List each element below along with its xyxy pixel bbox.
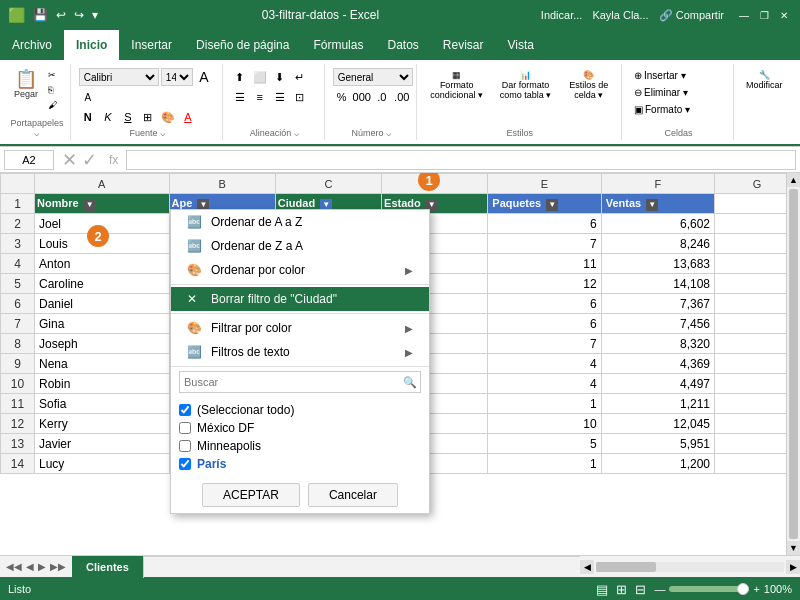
tab-formulas[interactable]: Fórmulas (301, 30, 375, 60)
merge-btn[interactable]: ⊡ (291, 88, 309, 106)
hscroll-thumb[interactable] (596, 562, 656, 572)
btn-cancelar[interactable]: Cancelar (308, 483, 398, 507)
hscroll-left-btn[interactable]: ◀ (580, 560, 594, 574)
cell-e12[interactable]: 10 (488, 414, 601, 434)
scroll-up-btn[interactable]: ▲ (787, 173, 800, 187)
col-e-header[interactable]: E (488, 174, 601, 194)
bold-btn[interactable]: N (79, 108, 97, 126)
btn-insertar[interactable]: ⊕Insertar ▾ (630, 68, 694, 83)
cell-f11[interactable]: 1,211 (601, 394, 714, 414)
cell-e9[interactable]: 4 (488, 354, 601, 374)
btn-cortar[interactable]: ✂ (44, 68, 62, 82)
cell-a7[interactable]: Gina (35, 314, 170, 334)
cell-f5[interactable]: 14,108 (601, 274, 714, 294)
check-minneapolis[interactable]: Minneapolis (179, 437, 421, 455)
checkbox-minneapolis[interactable] (179, 440, 191, 452)
tab-diseno[interactable]: Diseño de página (184, 30, 301, 60)
cell-e1[interactable]: Paquetes ▼ (488, 194, 601, 214)
cell-f10[interactable]: 4,497 (601, 374, 714, 394)
btn-formato-tabla[interactable]: 📊 Dar formato como tabla ▾ (491, 68, 561, 102)
cell-f13[interactable]: 5,951 (601, 434, 714, 454)
checkbox-paris[interactable] (179, 458, 191, 470)
check-paris[interactable]: París (179, 455, 421, 473)
menu-sort-color[interactable]: 🎨 Ordenar por color ▶ (171, 258, 429, 282)
cell-a5[interactable]: Caroline (35, 274, 170, 294)
menu-filter-color[interactable]: 🎨 Filtrar por color ▶ (171, 316, 429, 340)
tab-datos[interactable]: Datos (375, 30, 430, 60)
cell-a10[interactable]: Robin (35, 374, 170, 394)
cell-f14[interactable]: 1,200 (601, 454, 714, 474)
check-select-all[interactable]: (Seleccionar todo) (179, 401, 421, 419)
border-btn[interactable]: ⊞ (139, 108, 157, 126)
underline-btn[interactable]: S (119, 108, 137, 126)
undo-quick-btn[interactable]: ↩ (54, 6, 68, 24)
tab-archivo[interactable]: Archivo (0, 30, 64, 60)
cell-e8[interactable]: 7 (488, 334, 601, 354)
view-layout-btn[interactable]: ⊞ (616, 582, 627, 597)
minimize-btn[interactable]: — (736, 7, 752, 23)
menu-sort-za[interactable]: 🔤 Ordenar de Z a A (171, 234, 429, 258)
cell-f7[interactable]: 7,456 (601, 314, 714, 334)
cell-e4[interactable]: 11 (488, 254, 601, 274)
cell-e3[interactable]: 7 (488, 234, 601, 254)
cell-f8[interactable]: 8,320 (601, 334, 714, 354)
align-left-btn[interactable]: ☰ (231, 88, 249, 106)
tab-revisar[interactable]: Revisar (431, 30, 496, 60)
decrease-font-btn[interactable]: A (79, 88, 97, 106)
cell-f4[interactable]: 13,683 (601, 254, 714, 274)
zoom-out-btn[interactable]: — (654, 583, 665, 595)
align-center-btn[interactable]: ≡ (251, 88, 269, 106)
checkbox-select-all[interactable] (179, 404, 191, 416)
decrease-dec-btn[interactable]: .00 (393, 88, 411, 106)
view-page-btn[interactable]: ⊟ (635, 582, 646, 597)
cell-a12[interactable]: Kerry (35, 414, 170, 434)
checkbox-mexico-df[interactable] (179, 422, 191, 434)
font-size-select[interactable]: 14 (161, 68, 193, 86)
wrap-btn[interactable]: ↵ (291, 68, 309, 86)
italic-btn[interactable]: K (99, 108, 117, 126)
cell-e5[interactable]: 12 (488, 274, 601, 294)
cell-a14[interactable]: Lucy (35, 454, 170, 474)
btn-modificar[interactable]: 🔧 Modificar (742, 68, 787, 92)
col-f-header[interactable]: F (601, 174, 714, 194)
close-btn[interactable]: ✕ (776, 7, 792, 23)
cell-f3[interactable]: 8,246 (601, 234, 714, 254)
col-c-header[interactable]: C (275, 174, 381, 194)
cell-e13[interactable]: 5 (488, 434, 601, 454)
number-format-select[interactable]: General (333, 68, 413, 86)
btn-eliminar[interactable]: ⊖Eliminar ▾ (630, 85, 694, 100)
btn-formato-condicional[interactable]: ▦ Formato condicional ▾ (425, 68, 489, 102)
align-right-btn[interactable]: ☰ (271, 88, 289, 106)
cell-e10[interactable]: 4 (488, 374, 601, 394)
cell-f1[interactable]: Ventas ▼ (601, 194, 714, 214)
scroll-thumb[interactable] (789, 189, 798, 539)
nav-last-btn[interactable]: ▶▶ (50, 561, 66, 572)
thousands-btn[interactable]: 000 (353, 88, 371, 106)
btn-formato-cell[interactable]: ▣Formato ▾ (630, 102, 694, 117)
cell-e7[interactable]: 6 (488, 314, 601, 334)
align-top-btn[interactable]: ⬆ (231, 68, 249, 86)
menu-text-filters[interactable]: 🔤 Filtros de texto ▶ (171, 340, 429, 364)
cell-f2[interactable]: 6,602 (601, 214, 714, 234)
cell-a8[interactable]: Joseph (35, 334, 170, 354)
tab-insertar[interactable]: Insertar (119, 30, 184, 60)
font-family-select[interactable]: Calibri (79, 68, 159, 86)
filter-ventas[interactable]: ▼ (646, 199, 658, 211)
cell-e2[interactable]: 6 (488, 214, 601, 234)
zoom-thumb[interactable] (737, 583, 749, 595)
cell-a4[interactable]: Anton (35, 254, 170, 274)
btn-pegar[interactable]: 📋 Pegar (10, 68, 42, 101)
btn-copiar[interactable]: ⎘ (44, 83, 62, 97)
nav-first-btn[interactable]: ◀◀ (6, 561, 22, 572)
cell-reference-input[interactable] (4, 150, 54, 170)
btn-formato[interactable]: 🖌 (44, 98, 62, 112)
save-quick-btn[interactable]: 💾 (31, 6, 50, 24)
tab-vista[interactable]: Vista (496, 30, 546, 60)
zoom-in-btn[interactable]: + (753, 583, 759, 595)
menu-sort-az[interactable]: 🔤 Ordenar de A a Z (171, 210, 429, 234)
cell-f12[interactable]: 12,045 (601, 414, 714, 434)
user-name[interactable]: Kayla Cla... (592, 9, 648, 21)
customize-quick-btn[interactable]: ▾ (90, 6, 100, 24)
restore-btn[interactable]: ❐ (756, 7, 772, 23)
indicator-btn[interactable]: Indicar... (541, 9, 583, 21)
